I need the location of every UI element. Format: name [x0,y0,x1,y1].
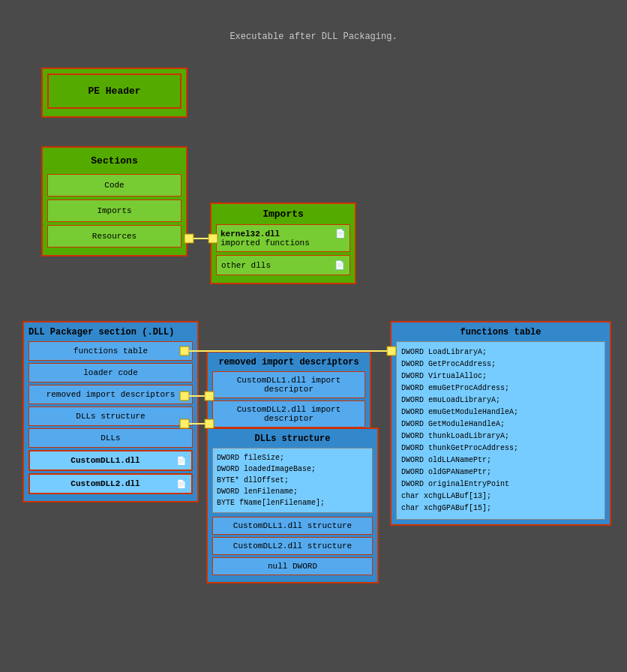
kernel32-text: kernel32.dll [220,230,280,238]
custom-dll1-descriptor: CustomDLL1.dll import descriptor [212,371,365,398]
section-code: Code [47,174,182,196]
custom-dll2-icon: 📄 [176,479,187,489]
function-entry: DWORD oldLLANamePtr; [401,454,600,466]
pkg-removed-imports: removed import descriptors [28,385,193,404]
function-entry: DWORD VirtualAlloc; [401,370,600,382]
function-entry: char xchgLLABuf[13]; [401,490,600,502]
custom-dll2-label: CustomDLL2.dll [70,479,140,488]
custom-dll2-descriptor: CustomDLL2.dll import descriptor [212,400,365,428]
null-dword: null DWORD [212,557,373,575]
custom-dll1-label: CustomDLL1.dll [70,456,140,465]
function-entry: char xchgGPABuf[15]; [401,502,600,514]
custom-dll1-icon: 📄 [176,456,187,466]
other-dlls-file-icon: 📄 [334,260,345,270]
imported-functions-item: imported functions [220,238,346,248]
dlls-structure-label: DLLs structure [212,434,373,444]
function-entry: DWORD LoadLibraryA; [401,346,600,358]
other-dlls-text: other dlls [221,261,271,270]
dlls-structure-container: DLLs structure DWORD fileSize; DWORD loa… [206,428,379,584]
sections-label: Sections [47,152,182,170]
pkg-dlls-structure: DLLs structure [28,406,193,426]
function-entry: DWORD thunkLoadLibraryA; [401,430,600,442]
dlls-code-text: DWORD fileSize; DWORD loadedImageBase; B… [217,452,368,508]
dll2-structure: CustomDLL2.dll structure [212,537,373,555]
other-dlls-item: other dlls 📄 [216,255,350,275]
section-imports: Imports [47,200,182,222]
function-entry: DWORD originalEntryPoint [401,478,600,490]
function-entry: DWORD emuGetModuleHandleA; [401,406,600,418]
functions-table-container: functions table DWORD LoadLibraryA;DWORD… [390,321,611,526]
pe-header-container: PE Header [41,68,188,118]
page-title: Executable after DLL Packaging. [0,32,627,42]
kernel32-label: kernel32.dll 📄 [220,229,346,238]
sections-container: Sections Code Imports Resources [41,146,188,256]
pkg-dlls: DLLs [28,428,193,448]
pe-header-box: PE Header [47,74,182,109]
removed-imports-label: removed import descriptors [212,357,365,368]
pkg-custom-dll1: CustomDLL1.dll 📄 [28,450,193,471]
function-entry: DWORD GetModuleHandleA; [401,418,600,430]
imports-container: Imports kernel32.dll 📄 imported function… [210,202,356,284]
function-entry: DWORD GetProcAddress; [401,358,600,370]
kernel32-wrapper: kernel32.dll 📄 imported functions [216,224,350,252]
dll-packager-label: DLL Packager section (.DLL) [28,327,193,338]
function-entry: DWORD thunkGetProcAddress; [401,442,600,454]
pkg-functions-table: functions table [28,341,193,361]
dlls-code-box: DWORD fileSize; DWORD loadedImageBase; B… [212,448,373,513]
function-entry: DWORD emuLoadLibraryA; [401,394,600,406]
functions-code-box: DWORD LoadLibraryA;DWORD GetProcAddress;… [396,341,605,520]
pkg-loader-code: loader code [28,363,193,382]
pe-header-label: PE Header [88,86,140,97]
function-entry: DWORD emuGetProcAddress; [401,382,600,394]
dll-packager-container: DLL Packager section (.DLL) functions ta… [22,321,199,502]
kernel32-file-icon: 📄 [335,229,346,238]
section-resources: Resources [47,225,182,248]
function-entry: DWORD oldGPANamePtr; [401,466,600,478]
functions-table-label: functions table [396,327,605,338]
pkg-custom-dll2: CustomDLL2.dll 📄 [28,473,193,494]
imports-label: Imports [216,208,350,220]
dll1-structure: CustomDLL1.dll structure [212,517,373,535]
